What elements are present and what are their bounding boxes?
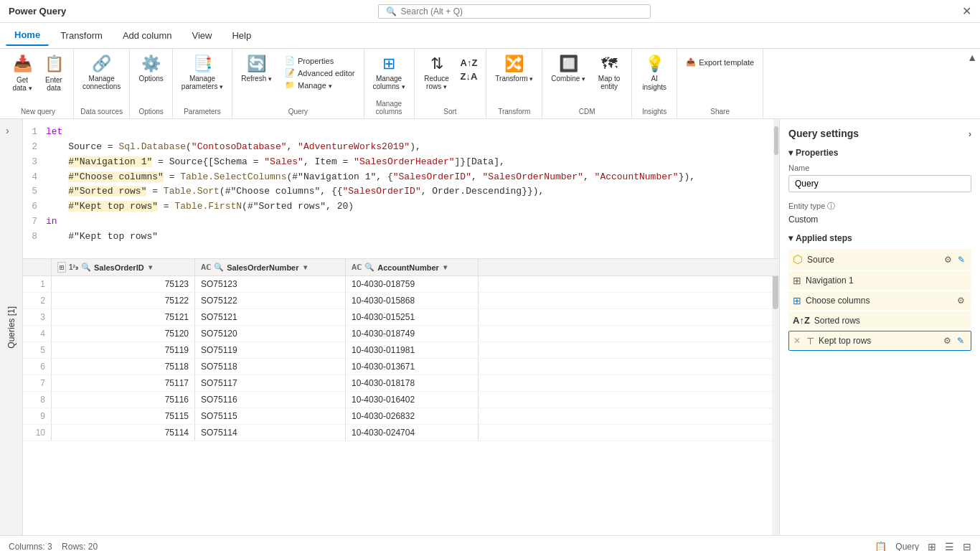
col-header-sales-order-id[interactable]: ⊞ 1²₃ 🔍 SalesOrderID ▾ xyxy=(52,259,195,276)
export-template-button[interactable]: 📤 Export template xyxy=(682,52,758,68)
search-box[interactable]: 🔍 xyxy=(378,4,651,19)
step-sorted-label: Sorted rows xyxy=(814,316,967,326)
row-num-3: 3 xyxy=(23,309,52,325)
step-kept-settings-btn[interactable]: ⚙ xyxy=(941,335,953,347)
step-source[interactable]: ⬡ Source ⚙ ✎ xyxy=(788,249,971,270)
queries-panel[interactable]: › Queries [1] xyxy=(0,119,23,535)
ai-insights-button[interactable]: 💡 AIinsights xyxy=(636,52,672,105)
cell-sales-order-num-2: SO75122 xyxy=(195,293,346,309)
reduce-rows-button[interactable]: ⇅ Reducerows ▾ xyxy=(419,52,455,104)
editor-scrollbar[interactable] xyxy=(773,119,779,258)
manage-connections-label: Manageconnections xyxy=(83,75,121,90)
step-kept-edit-btn[interactable]: ✎ xyxy=(955,335,966,347)
row-num-8: 8 xyxy=(23,392,52,408)
step-source-icon: ⬡ xyxy=(793,253,803,266)
table-scrollbar[interactable] xyxy=(772,259,779,535)
query-view-icon[interactable]: 📋 xyxy=(875,541,887,551)
menu-item-home[interactable]: Home xyxy=(6,25,49,46)
grid-view-icon[interactable]: ⊟ xyxy=(963,541,971,551)
table-row: 9 75115 SO75115 10-4030-026832 xyxy=(23,408,779,425)
manage-parameters-button[interactable]: 📑 Manageparameters ▾ xyxy=(177,52,227,104)
col-dropdown-3[interactable]: ▾ xyxy=(443,263,447,271)
cell-account-num-9: 10-4030-026832 xyxy=(346,408,479,424)
ribbon-group-manage-columns: ⊞ Managecolumns ▾ Manage columns xyxy=(364,49,415,118)
table-view-icon[interactable]: ☰ xyxy=(945,541,954,551)
step-kept-delete-btn[interactable]: ✕ xyxy=(793,336,801,346)
col-type-ac-1: Aℂ xyxy=(201,263,211,271)
expand-queries-icon[interactable]: › xyxy=(6,125,9,136)
step-sorted-rows[interactable]: A↑Z Sorted rows xyxy=(788,311,971,329)
step-source-edit-btn[interactable]: ✎ xyxy=(956,254,967,265)
ribbon-group-reduce-sort: ⇅ Reducerows ▾ A↑Z Z↓A Sort xyxy=(415,49,487,118)
row-num-1: 1 xyxy=(23,276,52,292)
advanced-editor-button[interactable]: 📝 Advanced editor xyxy=(281,67,359,79)
manage-icon: 📁 xyxy=(285,80,295,90)
properties-button[interactable]: 📄 Properties xyxy=(281,55,359,67)
menu-item-help[interactable]: Help xyxy=(223,26,260,45)
step-choose-cols-settings-btn[interactable]: ⚙ xyxy=(955,295,967,306)
sort-za-button[interactable]: Z↓A xyxy=(456,70,482,83)
export-template-label: Export template xyxy=(699,58,754,67)
map-to-entity-icon: 🗺 xyxy=(601,55,617,73)
editor-area: 1 let 2 Source = Sql.Database("ContosoDa… xyxy=(23,119,779,535)
cell-sales-order-num-1: SO75123 xyxy=(195,276,346,292)
step-choose-columns[interactable]: ⊞ Choose columns ⚙ xyxy=(788,291,971,310)
step-nav1-icon: ⊞ xyxy=(793,275,801,286)
transform-button[interactable]: 🔀 Transform ▾ xyxy=(491,52,537,96)
close-button[interactable]: ✕ xyxy=(962,4,971,18)
sort-az-button[interactable]: A↑Z xyxy=(456,56,482,70)
enter-data-button[interactable]: 📋 Enterdata xyxy=(39,52,69,105)
cell-sales-order-num-8: SO75116 xyxy=(195,392,346,408)
combine-label: Combine ▾ xyxy=(551,75,585,83)
col-header-account-number[interactable]: Aℂ 🔍 AccountNumber ▾ xyxy=(346,259,479,276)
ribbon-group-share: 📤 Export template Share xyxy=(677,49,763,118)
applied-steps-header[interactable]: ▾ Applied steps xyxy=(788,233,971,243)
table-row: 7 75117 SO75117 10-4030-018178 xyxy=(23,375,779,392)
diagram-view-icon[interactable]: ⊞ xyxy=(928,541,936,551)
search-input[interactable] xyxy=(401,6,643,17)
combine-button[interactable]: 🔲 Combine ▾ xyxy=(547,52,590,96)
menu-item-view[interactable]: View xyxy=(184,26,221,45)
menu-bar: Home Transform Add column View Help xyxy=(0,23,980,49)
reduce-rows-label: Reducerows ▾ xyxy=(424,75,448,91)
chevron-down-icon-steps: ▾ xyxy=(788,233,793,243)
query-group-label: Query xyxy=(232,108,363,116)
options-group-label: Options xyxy=(130,108,171,116)
col-header-sales-order-number[interactable]: Aℂ 🔍 SalesOrderNumber ▾ xyxy=(195,259,346,276)
refresh-button[interactable]: 🔄 Refresh ▾ xyxy=(237,52,276,96)
options-button[interactable]: ⚙️ Options xyxy=(134,52,167,96)
code-line-4: 4 #"Choose columns" = Table.SelectColumn… xyxy=(23,170,779,185)
share-label: Share xyxy=(677,108,763,116)
name-field-group: Name xyxy=(788,164,971,192)
expand-settings-icon[interactable]: › xyxy=(969,129,971,139)
columns-count: Columns: 3 xyxy=(9,542,52,551)
manage-button[interactable]: 📁 Manage ▾ xyxy=(281,79,359,91)
query-view-label: Query xyxy=(895,542,919,551)
table-row: 6 75118 SO75118 10-4030-013671 xyxy=(23,359,779,375)
cell-sales-order-id-1: 75123 xyxy=(52,276,195,292)
name-input[interactable] xyxy=(788,175,971,192)
manage-label: Manage ▾ xyxy=(298,81,332,90)
col-dropdown-1[interactable]: ▾ xyxy=(149,263,152,271)
menu-item-add-column[interactable]: Add column xyxy=(114,26,181,45)
transform-icon: 🔀 xyxy=(504,55,524,73)
menu-item-transform[interactable]: Transform xyxy=(52,26,111,45)
step-kept-top-rows[interactable]: ✕ ⊤ Kept top rows ⚙ ✎ xyxy=(788,331,971,351)
col-dropdown-2[interactable]: ▾ xyxy=(303,263,307,271)
advanced-editor-label: Advanced editor xyxy=(298,69,355,77)
manage-columns-button[interactable]: ⊞ Managecolumns ▾ xyxy=(369,52,410,104)
map-to-entity-button[interactable]: 🗺 Map toentity xyxy=(591,52,627,103)
chevron-down-icon: ▾ xyxy=(788,148,793,158)
collapse-ribbon-button[interactable]: ▲ xyxy=(964,49,980,66)
step-kept-label: Kept top rows xyxy=(819,336,937,346)
editor-scrollbar-thumb[interactable] xyxy=(774,126,778,155)
properties-section-header[interactable]: ▾ Properties xyxy=(788,148,971,158)
manage-connections-button[interactable]: 🔗 Manageconnections xyxy=(78,52,125,103)
cell-sales-order-num-6: SO75118 xyxy=(195,359,346,375)
entity-type-info-icon[interactable]: ⓘ xyxy=(827,202,835,210)
step-choose-cols-actions: ⚙ xyxy=(955,295,967,306)
step-source-settings-btn[interactable]: ⚙ xyxy=(942,254,954,265)
step-navigation1[interactable]: ⊞ Navigation 1 xyxy=(788,271,971,290)
get-data-button[interactable]: 📥 Getdata ▾ xyxy=(7,52,37,105)
row-num-header xyxy=(23,259,52,276)
